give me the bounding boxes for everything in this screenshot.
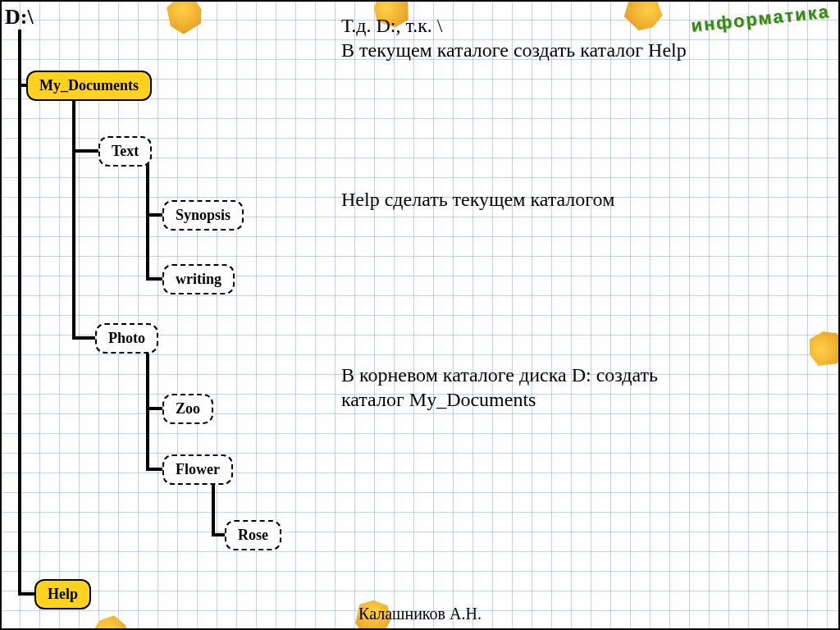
connector (146, 407, 164, 410)
connector (146, 213, 164, 217)
node-flower: Flower (162, 454, 233, 485)
connector (146, 277, 164, 281)
watermark: информатика (690, 1, 831, 37)
node-photo: Photo (95, 323, 158, 354)
task-3: В корневом каталоге диска D: создать кат… (341, 363, 658, 412)
author: Калашников А.Н. (2, 605, 838, 623)
node-rose: Rose (225, 520, 281, 550)
root-label: D:\ (5, 5, 34, 30)
leaf-icon (159, 0, 209, 39)
connector (212, 481, 215, 535)
task-1-line-1: Т.д. D:, т.к. \ (341, 15, 442, 36)
connector (146, 164, 149, 279)
task-2-text: Help сделать текущем каталогом (341, 189, 614, 210)
node-synopsis: Synopsis (162, 200, 244, 231)
leaf-icon (801, 323, 840, 375)
node-text: Text (98, 136, 152, 167)
connector (18, 592, 36, 596)
task-1: Т.д. D:, т.к. \ В текущем каталоге созда… (341, 13, 687, 62)
node-my-documents: My_Documents (26, 71, 152, 101)
task-3-line-2: каталог My_Documents (341, 389, 536, 410)
task-2: Help сделать текущем каталогом (341, 187, 614, 212)
task-3-line-1: В корневом каталоге диска D: создать (341, 364, 658, 386)
connector (72, 336, 97, 340)
task-1-line-2: В текущем каталоге создать каталог Help (341, 39, 687, 61)
connector (18, 30, 21, 594)
connector (72, 98, 75, 338)
node-writing: writing (162, 264, 235, 294)
node-zoo: Zoo (162, 394, 213, 424)
connector (72, 149, 100, 153)
connector (146, 468, 164, 471)
